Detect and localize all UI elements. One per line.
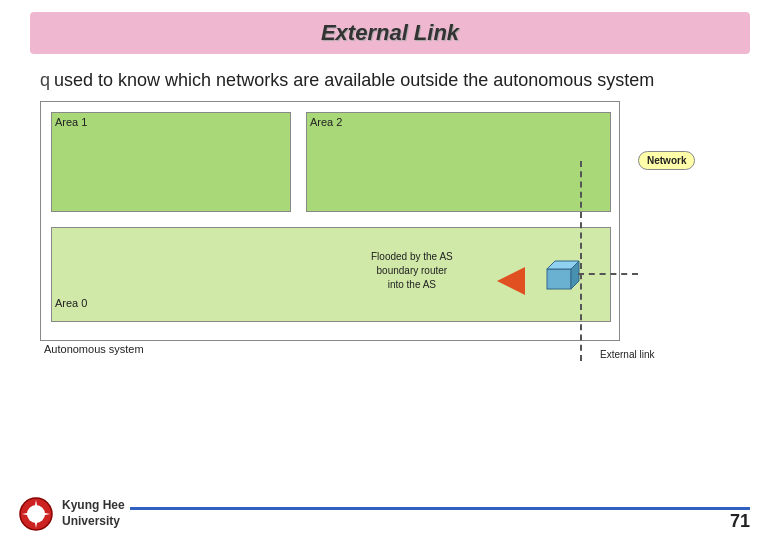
slide-title: External Link: [30, 20, 750, 46]
left-arrow-icon: [497, 267, 525, 295]
network-bubble: Network: [638, 151, 695, 170]
footer: Kyung Hee University: [0, 488, 780, 540]
area0-label: Area 0: [55, 297, 87, 309]
flooded-text: Flooded by the AS boundary router into t…: [371, 250, 453, 292]
area0-box: [51, 227, 611, 322]
flooded-line1: Flooded by the AS: [371, 250, 453, 264]
flooded-line2: boundary router: [371, 264, 453, 278]
uni-line2: University: [62, 514, 125, 530]
as-box: Area 1 Area 2 Area 0 Flooded by the AS b…: [40, 101, 620, 341]
external-link-label: External link: [600, 349, 654, 360]
flooded-line3: into the AS: [371, 278, 453, 292]
university-logo-icon: [18, 496, 54, 532]
diagram-container: Area 1 Area 2 Area 0 Flooded by the AS b…: [40, 101, 740, 371]
as-label: Autonomous system: [44, 343, 144, 355]
logo-area: Kyung Hee University: [18, 496, 125, 532]
router-icon: [543, 257, 579, 293]
uni-line1: Kyung Hee: [62, 498, 125, 514]
body-content: used to know which networks are availabl…: [54, 70, 654, 90]
university-name: Kyung Hee University: [62, 498, 125, 529]
title-bar: External Link: [30, 12, 750, 54]
dashed-horiz-icon: [578, 273, 638, 275]
page-number: 71: [730, 511, 750, 532]
area1-label: Area 1: [55, 116, 87, 128]
svg-rect-0: [547, 269, 571, 289]
bullet-char: q: [40, 70, 50, 91]
area2-label: Area 2: [310, 116, 342, 128]
area2-box: [306, 112, 611, 212]
dashed-line-icon: [580, 161, 582, 361]
body-text: qused to know which networks are availab…: [40, 70, 740, 91]
footer-line: [130, 507, 750, 510]
